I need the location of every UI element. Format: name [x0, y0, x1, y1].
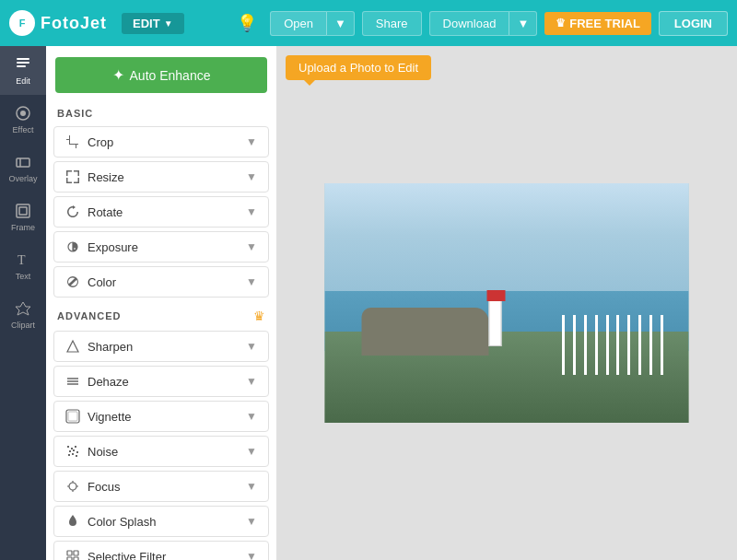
sidebar-item-effect[interactable]: Effect [0, 95, 46, 144]
dehaze-icon [65, 374, 80, 389]
noise-icon [65, 444, 80, 459]
photo-display [325, 183, 689, 423]
sidebar-item-overlay[interactable]: Overlay [0, 144, 46, 192]
logo-icon: F [9, 10, 35, 36]
sidebar-edit-label: Edit [16, 76, 30, 86]
resize-arrow-icon: ▼ [246, 170, 257, 183]
rotate-tool[interactable]: Rotate ▼ [53, 196, 269, 228]
svg-rect-0 [17, 58, 29, 60]
color-icon [65, 274, 80, 289]
svg-rect-23 [71, 448, 73, 449]
rotate-icon [65, 204, 80, 219]
sharpen-icon [65, 339, 80, 354]
sidebar-item-clipart[interactable]: Clipart [0, 290, 46, 339]
rock [361, 308, 488, 356]
fence [561, 315, 671, 375]
color-splash-label: Color Splash [88, 515, 156, 529]
edit-dropdown-arrow: ▼ [164, 18, 173, 29]
svg-marker-10 [16, 302, 30, 315]
sparkle-icon: ✦ [112, 66, 124, 84]
basic-section-header: BASIC [46, 102, 276, 124]
main-area: Edit Effect Overlay Frame T Text Clipart… [0, 46, 737, 560]
dehaze-tool[interactable]: Dehaze ▼ [53, 366, 269, 397]
logo-text: FotoJet [41, 14, 107, 33]
svg-text:T: T [18, 253, 26, 267]
topbar: F FotoJet EDIT ▼ 💡 Open ▼ Share Download… [0, 0, 737, 46]
logo-area: F FotoJet [9, 10, 107, 36]
dehaze-arrow-icon: ▼ [246, 375, 257, 388]
rotate-arrow-icon: ▼ [246, 205, 257, 218]
tools-panel: ✦ Auto Enhance BASIC Crop ▼ Resize ▼ [46, 46, 276, 560]
color-label: Color [88, 275, 116, 289]
advanced-section-header: ADVANCED ♛ [46, 303, 276, 329]
noise-arrow-icon: ▼ [246, 445, 257, 458]
sidebar-text-label: Text [16, 272, 31, 281]
sidebar-item-frame[interactable]: Frame [0, 192, 46, 241]
svg-rect-29 [72, 453, 74, 455]
download-arrow-icon: ▼ [517, 17, 529, 30]
sidebar-clipart-label: Clipart [11, 321, 35, 330]
selective-filter-tool[interactable]: Selective Filter ▼ [53, 541, 269, 560]
dehaze-label: Dehaze [88, 375, 129, 389]
svg-rect-5 [17, 158, 29, 167]
svg-point-31 [69, 483, 76, 490]
advanced-crown-icon: ♛ [253, 309, 265, 323]
sidebar-frame-label: Frame [11, 223, 35, 232]
open-button-group: Open ▼ [270, 11, 355, 36]
sidebar-overlay-label: Overlay [8, 174, 37, 183]
lighthouse [488, 300, 501, 346]
noise-tool[interactable]: Noise ▼ [53, 436, 269, 467]
svg-rect-24 [75, 446, 76, 448]
svg-rect-30 [76, 455, 77, 457]
open-dropdown-button[interactable]: ▼ [326, 11, 355, 36]
svg-rect-28 [68, 454, 70, 456]
svg-rect-22 [67, 446, 69, 448]
crop-tool[interactable]: Crop ▼ [53, 126, 269, 158]
crown-icon: ♛ [556, 17, 566, 29]
svg-rect-25 [69, 450, 71, 452]
vignette-tool[interactable]: Vignette ▼ [53, 401, 269, 432]
focus-arrow-icon: ▼ [246, 480, 257, 493]
download-dropdown-button[interactable]: ▼ [509, 11, 537, 36]
auto-enhance-button[interactable]: ✦ Auto Enhance [55, 57, 267, 93]
exposure-arrow-icon: ▼ [246, 240, 257, 253]
edit-label: EDIT [133, 17, 160, 30]
share-button[interactable]: Share [362, 11, 422, 36]
svg-rect-2 [17, 65, 26, 67]
edit-mode-button[interactable]: EDIT ▼ [122, 13, 184, 34]
sharpen-arrow-icon: ▼ [246, 340, 257, 353]
svg-rect-7 [17, 204, 29, 217]
exposure-tool[interactable]: Exposure ▼ [53, 231, 269, 262]
selective-filter-icon [65, 549, 80, 560]
selective-filter-label: Selective Filter [88, 550, 166, 561]
focus-label: Focus [88, 480, 120, 494]
focus-tool[interactable]: Focus ▼ [53, 471, 269, 502]
upload-tooltip[interactable]: Upload a Photo to Edit [286, 55, 431, 80]
color-tool[interactable]: Color ▼ [53, 266, 269, 298]
svg-marker-16 [67, 341, 78, 352]
crop-label: Crop [88, 135, 113, 149]
resize-label: Resize [88, 170, 124, 184]
resize-icon [65, 169, 80, 184]
sharpen-tool[interactable]: Sharpen ▼ [53, 331, 269, 362]
bulb-button[interactable]: 💡 [231, 13, 263, 33]
download-button[interactable]: Download [429, 11, 509, 36]
photo-container [325, 183, 689, 423]
free-trial-button[interactable]: ♛ FREE TRIAL [544, 12, 651, 35]
resize-tool[interactable]: Resize ▼ [53, 161, 269, 192]
open-arrow-icon: ▼ [334, 17, 346, 30]
login-button[interactable]: LOGIN [659, 11, 728, 36]
color-splash-icon [65, 514, 80, 529]
sidebar-item-edit[interactable]: Edit [0, 46, 46, 95]
rotate-label: Rotate [88, 205, 123, 219]
focus-icon [65, 479, 80, 494]
sidebar-effect-label: Effect [13, 125, 34, 134]
svg-rect-8 [19, 207, 27, 215]
sharpen-label: Sharpen [88, 340, 133, 354]
sidebar-item-text[interactable]: T Text [0, 241, 46, 290]
vignette-label: Vignette [88, 410, 131, 424]
open-button[interactable]: Open [270, 11, 326, 36]
svg-rect-27 [76, 451, 78, 453]
vignette-arrow-icon: ▼ [246, 410, 257, 423]
color-splash-tool[interactable]: Color Splash ▼ [53, 506, 269, 537]
